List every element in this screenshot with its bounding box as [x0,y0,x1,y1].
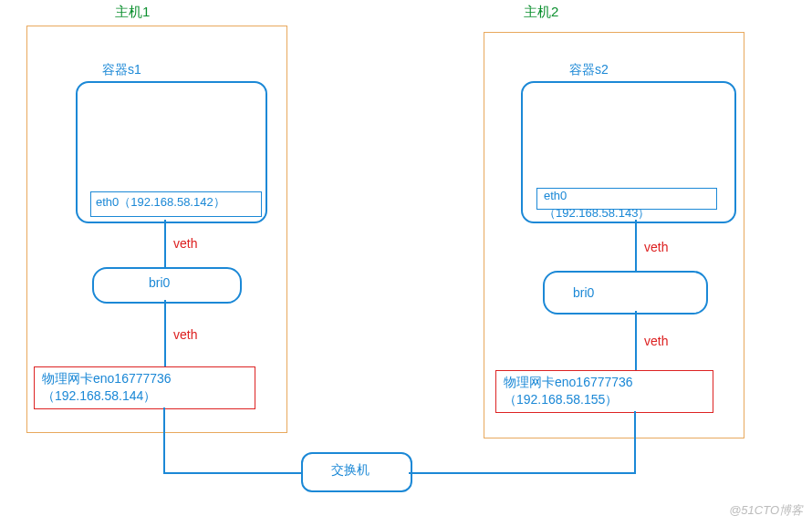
host2-title: 主机2 [524,4,558,21]
host2-nic-ip: （192.168.58.155） [504,392,618,408]
host1-container-label: 容器s1 [102,62,141,78]
host2-veth-lower: veth [644,334,668,348]
host1-veth-lower: veth [173,327,197,342]
host2-line-container-bridge [635,220,637,271]
switch-label: 交换机 [331,462,370,479]
host2-bridge-label: bri0 [573,285,594,300]
host1-nic-label: 物理网卡eno16777736 [42,371,172,387]
host1-title: 主机1 [115,4,150,21]
host2-eth-label-2: （192.168.58.143） [544,205,650,222]
host2-container-label: 容器s2 [569,62,609,78]
host2-veth-upper: veth [644,240,668,254]
host1-line-bridge-nic [164,300,166,366]
host2-nic-label: 物理网卡eno16777736 [504,375,633,391]
host1-nic-ip: （192.168.58.144） [42,388,156,405]
host2-line-bridge-nic [635,311,637,370]
watermark: @51CTO博客 [729,502,803,519]
host1-eth-label: eth0（192.168.58.142） [96,194,225,211]
host2-bridge-box [543,271,708,315]
host2-eth-label-1: eth0 [544,189,567,202]
host1-line-container-bridge [164,220,166,267]
host1-veth-upper: veth [173,236,197,251]
host1-bridge-label: bri0 [149,275,170,290]
